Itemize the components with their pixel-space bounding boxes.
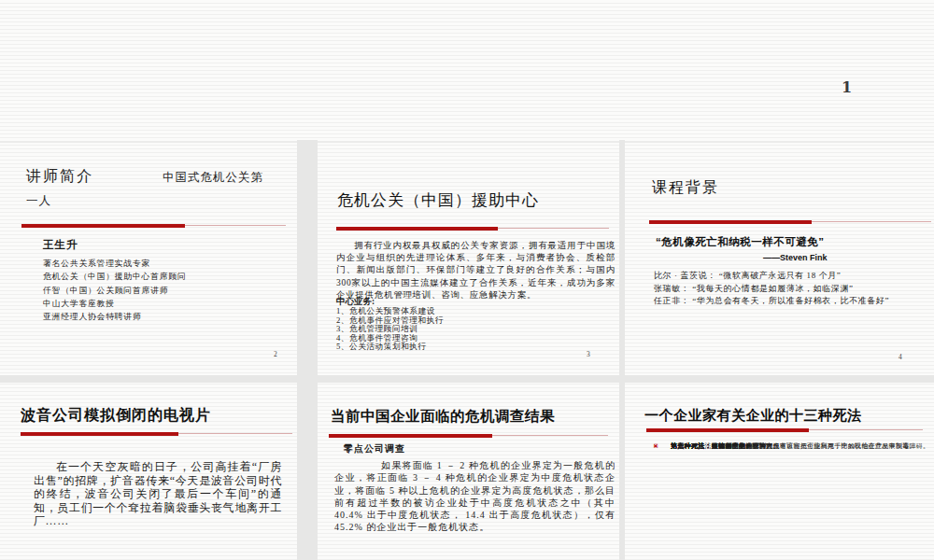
slide-title: 当前中国企业面临的危机调查结果: [331, 407, 555, 427]
slide-page-number: 4: [899, 353, 902, 361]
credential-line: 著名公共关系管理实战专家: [43, 257, 286, 270]
slide-title: 讲师简介中国式危机公关第一人: [26, 165, 265, 212]
column-gap-1: [297, 140, 318, 560]
credential-line: 中山大学客座教授: [43, 297, 286, 310]
slide-title-text: 讲师简介: [26, 168, 93, 184]
service-item: 5、公关活动策划和执行: [336, 343, 607, 352]
slide-thumbnail-course-background: 课程背景 “危机像死亡和纳税一样不可避免” ——Steven Fink 比尔 ·…: [625, 143, 934, 375]
handout-page: 1 讲师简介中国式危机公关第一人 王生升 著名公共关系管理实战专家 危机公关（中…: [0, 0, 934, 560]
credential-line: 危机公关（中国）援助中心首席顾问: [43, 270, 286, 283]
quote-author: ——Steven Fink: [763, 253, 828, 262]
body-paragraph: 在一个天空灰暗的日子，公司高挂着“厂房出售”的招牌，扩音器传来“今天是波音公司时…: [34, 460, 282, 528]
x-bullet-icon: ×: [654, 442, 658, 451]
survey-source: 零点公司调查: [344, 442, 405, 455]
body-paragraph: 如果将面临 1 － 2 种危机的企业界定为一般危机的企业，将正面临 3 － 4 …: [334, 459, 616, 534]
slide-thumbnail-boeing-video: 波音公司模拟倒闭的电视片 在一个天空灰暗的日子，公司高挂着“厂房出售”的招牌，扩…: [0, 383, 297, 560]
slide-title: 课程背景: [652, 178, 719, 198]
row-gap: [0, 375, 934, 383]
headline-quote: “危机像死亡和纳税一样不可避免”: [656, 235, 825, 249]
speaker-credentials: 著名公共关系管理实战专家 危机公关（中国）援助中心首席顾问 仟智（中国）公关顾问…: [43, 257, 286, 323]
slide-title: 波音公司模拟倒闭的电视片: [21, 406, 211, 426]
handout-page-number: 1: [842, 78, 852, 96]
slide-title: 危机公关（中国）援助中心: [337, 189, 539, 211]
slide-thumbnail-aid-center: 危机公关（中国）援助中心 拥有行业内权最具权威的公关专家资源，拥有最适用于中国境…: [318, 143, 619, 375]
body-paragraph: 拥有行业内权最具权威的公关专家资源，拥有最适用于中国境内企业与组织的先进理论体系…: [336, 240, 616, 301]
credential-line: 仟智（中国）公关顾问首席讲师: [43, 284, 286, 297]
slide-page-number: 2: [274, 350, 277, 358]
title-underline: [649, 220, 931, 224]
title-underline: [336, 227, 609, 231]
list-item-text: 第十一种死法：得罪了某一恶势力也有可能把企业搞死，比如说他在产品中投毒。: [671, 442, 916, 451]
slide-thumbnail-thirteen-deaths: 一个企业家有关企业的十三种死法 □第一种死法：不正当竞争。 ×第二种死法：碰到恶…: [625, 383, 934, 560]
speaker-name: 王生升: [43, 238, 78, 252]
title-underline: [21, 432, 292, 436]
title-underline: [21, 224, 286, 228]
title-underline: [646, 428, 923, 432]
slide-thumbnail-crisis-survey: 当前中国企业面临的危机调查结果 零点公司调查 如果将面临 1 － 2 种危机的企…: [318, 383, 619, 560]
quote-line: 张瑞敏： “我每天的心情都是如履薄冰，如临深渊”: [654, 283, 929, 296]
quote-line: 任正非： “华为总会有冬天，所以准备好棉衣，比不准备好”: [654, 295, 929, 308]
services-list: 1、危机公关预警体系建设 2、危机事件应对管理和执行 3、危机管理顾问培训 4、…: [336, 307, 607, 352]
quote-list: 比尔 · 盖茨说： “微软离破产永远只有 18 个月” 张瑞敏： “我每天的心情…: [654, 270, 929, 308]
slide-thumbnail-lecturer-intro: 讲师简介中国式危机公关第一人 王生升 著名公共关系管理实战专家 危机公关（中国）…: [0, 143, 297, 375]
quote-line: 比尔 · 盖茨说： “微软离破产永远只有 18 个月”: [654, 270, 929, 283]
credential-line: 亚洲经理人协会特聘讲师: [43, 310, 286, 323]
slide-title: 一个企业家有关企业的十三种死法: [644, 407, 862, 425]
title-underline: [329, 434, 608, 438]
slide-page-number: 3: [587, 350, 590, 358]
